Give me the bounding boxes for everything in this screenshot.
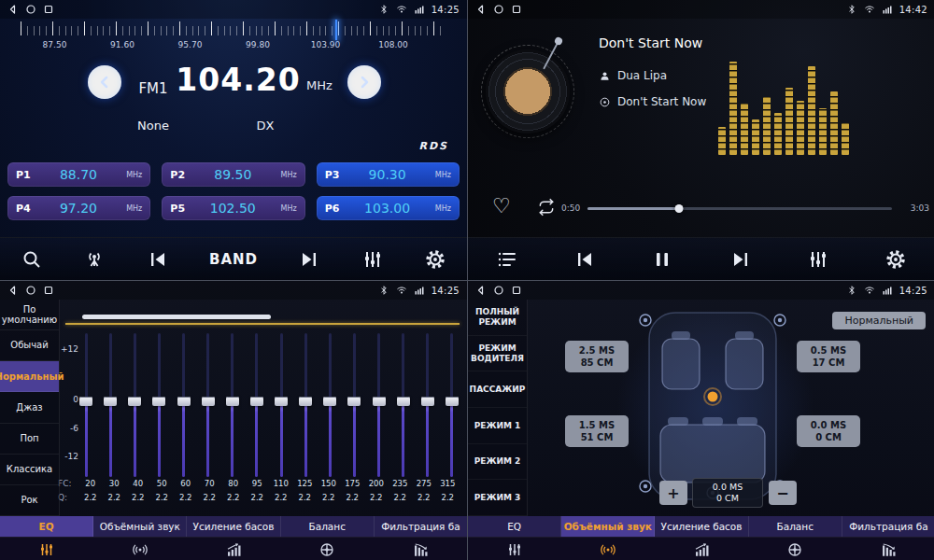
- recents-square-icon[interactable]: [511, 285, 522, 296]
- eq-slider-handle[interactable]: [250, 397, 263, 406]
- back-icon[interactable]: [7, 4, 19, 15]
- profile-button[interactable]: Нормальный: [832, 312, 926, 329]
- bass-boost-icon[interactable]: [187, 538, 280, 560]
- home-circle-icon[interactable]: [25, 4, 36, 15]
- eq-preset-item[interactable]: Джаз: [0, 392, 59, 423]
- back-icon[interactable]: [475, 4, 487, 15]
- eq-icon[interactable]: [0, 538, 93, 560]
- balance-icon[interactable]: [748, 538, 842, 560]
- eq-slider-handle[interactable]: [373, 397, 386, 406]
- repeat-icon[interactable]: [537, 198, 556, 217]
- eq-band-slider[interactable]: [347, 333, 361, 477]
- eq-band-slider[interactable]: [225, 333, 240, 477]
- eq-slider-handle[interactable]: [347, 397, 361, 406]
- tab-balance[interactable]: Баланс: [281, 516, 375, 537]
- eq-band-slider[interactable]: [151, 333, 166, 477]
- mode-item[interactable]: РЕЖИМ 3: [468, 480, 527, 516]
- surround-icon[interactable]: [93, 538, 187, 560]
- settings-gear-icon[interactable]: [424, 248, 446, 271]
- mode-item[interactable]: РЕЖИМ 1: [468, 408, 527, 444]
- tab-eq[interactable]: EQ: [468, 516, 561, 537]
- tune-up-button[interactable]: [347, 65, 381, 99]
- eq-slider-handle[interactable]: [79, 397, 92, 406]
- eq-slider-handle[interactable]: [446, 397, 459, 406]
- eq-band-slider[interactable]: [127, 333, 142, 477]
- preset-button-P4[interactable]: P497.20MHz: [7, 196, 150, 220]
- home-circle-icon[interactable]: [493, 285, 504, 296]
- eq-preset-item[interactable]: Рок: [0, 485, 59, 516]
- equalizer-sliders-icon[interactable]: [361, 248, 384, 271]
- back-icon[interactable]: [7, 285, 19, 296]
- delay-increase-button[interactable]: +: [659, 481, 687, 505]
- eq-band-slider[interactable]: [445, 333, 460, 477]
- eq-band-slider[interactable]: [177, 333, 191, 477]
- dx-label[interactable]: DX: [245, 119, 286, 133]
- delay-rear-right[interactable]: 0.0 MS 0 CM: [797, 415, 860, 447]
- eq-preset-item[interactable]: По умолчанию: [0, 300, 59, 330]
- tab-surround[interactable]: Объёмный звук: [561, 516, 655, 537]
- eq-slider-handle[interactable]: [104, 397, 117, 406]
- settings-gear-icon[interactable]: [884, 248, 907, 271]
- filter-icon[interactable]: [374, 538, 467, 560]
- eq-band-slider[interactable]: [78, 333, 93, 477]
- seek-bar[interactable]: [587, 207, 892, 210]
- eq-slider-handle[interactable]: [421, 397, 434, 406]
- tab-balance[interactable]: Баланс: [749, 516, 842, 537]
- preset-button-P1[interactable]: P188.70MHz: [7, 162, 150, 187]
- eq-slider-handle[interactable]: [152, 397, 165, 406]
- eq-preset-item[interactable]: Обычай: [0, 330, 59, 361]
- preset-button-P5[interactable]: P5102.50MHz: [162, 196, 304, 220]
- tune-down-button[interactable]: [88, 65, 121, 99]
- tab-filter[interactable]: Фильтрация ба: [842, 516, 934, 537]
- filter-icon[interactable]: [842, 538, 934, 560]
- tab-filter[interactable]: Фильтрация ба: [375, 516, 467, 537]
- mode-item[interactable]: РЕЖИМ ВОДИТЕЛЯ: [468, 336, 527, 372]
- home-circle-icon[interactable]: [493, 4, 504, 15]
- balance-icon[interactable]: [280, 538, 374, 560]
- eq-slider-handle[interactable]: [128, 397, 141, 406]
- delay-decrease-button[interactable]: −: [769, 481, 797, 505]
- frequency-scale[interactable]: 87.5091.6095.7099.80103.90108.00: [21, 21, 446, 55]
- tab-surround[interactable]: Объёмный звук: [93, 516, 187, 537]
- seek-knob[interactable]: [674, 204, 683, 213]
- next-icon[interactable]: [298, 248, 320, 271]
- tab-bass-boost[interactable]: Усиление басов: [655, 516, 748, 537]
- scroll-indicator[interactable]: [82, 315, 271, 319]
- favorite-heart-icon[interactable]: ♡: [492, 194, 511, 217]
- eq-band-slider[interactable]: [372, 333, 387, 477]
- broadcast-scan-icon[interactable]: [83, 248, 106, 271]
- previous-icon[interactable]: [147, 248, 169, 271]
- recents-square-icon[interactable]: [43, 4, 54, 15]
- eq-preset-item[interactable]: Нормальный: [0, 361, 59, 392]
- surround-icon[interactable]: [561, 538, 655, 560]
- previous-icon[interactable]: [573, 248, 596, 271]
- recents-square-icon[interactable]: [43, 285, 54, 296]
- eq-band-slider[interactable]: [396, 333, 411, 477]
- eq-slider-handle[interactable]: [299, 397, 312, 406]
- playlist-icon[interactable]: [496, 248, 518, 271]
- eq-slider-handle[interactable]: [323, 397, 336, 406]
- back-icon[interactable]: [475, 285, 487, 296]
- eq-band-slider[interactable]: [420, 333, 435, 477]
- eq-slider-handle[interactable]: [397, 397, 410, 406]
- eq-band-slider[interactable]: [201, 333, 216, 477]
- equalizer-sliders-icon[interactable]: [807, 248, 829, 271]
- bass-boost-icon[interactable]: [655, 538, 748, 560]
- mode-item[interactable]: ПАССАЖИР: [468, 371, 527, 408]
- eq-band-slider[interactable]: [274, 333, 289, 477]
- tab-eq[interactable]: EQ: [0, 516, 93, 537]
- eq-slider-handle[interactable]: [202, 397, 215, 406]
- eq-band-slider[interactable]: [322, 333, 337, 477]
- delay-front-right[interactable]: 0.5 MS 17 CM: [797, 341, 860, 372]
- eq-slider-handle[interactable]: [275, 397, 288, 406]
- album-art[interactable]: [486, 49, 570, 133]
- preset-button-P2[interactable]: P289.50MHz: [162, 162, 304, 187]
- eq-band-slider[interactable]: [103, 333, 118, 477]
- band-button[interactable]: BAND: [209, 251, 258, 268]
- eq-slider-handle[interactable]: [177, 397, 191, 406]
- delay-rear-left[interactable]: 1.5 MS 51 CM: [565, 415, 629, 447]
- delay-front-left[interactable]: 2.5 MS 85 CM: [565, 341, 629, 372]
- mode-item[interactable]: ПОЛНЫЙ РЕЖИМ: [468, 300, 527, 336]
- preset-button-P6[interactable]: P6103.00MHz: [317, 196, 460, 220]
- next-icon[interactable]: [729, 248, 752, 271]
